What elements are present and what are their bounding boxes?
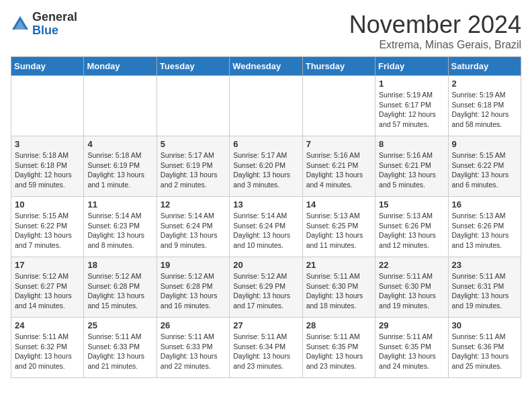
- day-info: Sunrise: 5:17 AM Sunset: 6:20 PM Dayligh…: [233, 150, 298, 190]
- day-number: 2: [452, 79, 517, 89]
- weekday-header-thursday: Thursday: [302, 57, 375, 76]
- calendar-cell: [157, 76, 229, 136]
- day-info: Sunrise: 5:11 AM Sunset: 6:36 PM Dayligh…: [452, 332, 517, 371]
- day-info: Sunrise: 5:11 AM Sunset: 6:35 PM Dayligh…: [306, 332, 371, 371]
- calendar-cell: 6Sunrise: 5:17 AM Sunset: 6:20 PM Daylig…: [230, 136, 302, 197]
- calendar-cell: [230, 76, 302, 136]
- calendar-cell: 11Sunrise: 5:14 AM Sunset: 6:23 PM Dayli…: [84, 197, 157, 257]
- day-info: Sunrise: 5:11 AM Sunset: 6:32 PM Dayligh…: [15, 332, 80, 371]
- day-number: 9: [452, 139, 517, 149]
- calendar-cell: 7Sunrise: 5:16 AM Sunset: 6:21 PM Daylig…: [302, 136, 375, 197]
- day-number: 23: [452, 260, 517, 270]
- day-number: 13: [233, 199, 298, 210]
- calendar-cell: 1Sunrise: 5:19 AM Sunset: 6:17 PM Daylig…: [375, 76, 448, 136]
- day-info: Sunrise: 5:19 AM Sunset: 6:18 PM Dayligh…: [452, 90, 517, 130]
- day-number: 17: [15, 260, 80, 270]
- day-number: 28: [306, 320, 371, 330]
- day-info: Sunrise: 5:17 AM Sunset: 6:19 PM Dayligh…: [161, 150, 226, 190]
- day-number: 26: [161, 320, 226, 330]
- day-info: Sunrise: 5:11 AM Sunset: 6:33 PM Dayligh…: [161, 332, 226, 371]
- location-subtitle: Extrema, Minas Gerais, Brazil: [349, 39, 521, 51]
- calendar-cell: [11, 76, 84, 136]
- day-info: Sunrise: 5:12 AM Sunset: 6:29 PM Dayligh…: [233, 271, 298, 311]
- calendar-week-row: 17Sunrise: 5:12 AM Sunset: 6:27 PM Dayli…: [11, 257, 521, 318]
- calendar-cell: 29Sunrise: 5:11 AM Sunset: 6:35 PM Dayli…: [375, 318, 448, 378]
- calendar-table: SundayMondayTuesdayWednesdayThursdayFrid…: [11, 56, 521, 378]
- day-number: 24: [15, 320, 80, 330]
- calendar-cell: 25Sunrise: 5:11 AM Sunset: 6:33 PM Dayli…: [84, 318, 157, 378]
- day-info: Sunrise: 5:11 AM Sunset: 6:35 PM Dayligh…: [379, 332, 444, 371]
- calendar-cell: 16Sunrise: 5:13 AM Sunset: 6:26 PM Dayli…: [448, 197, 521, 257]
- day-number: 29: [379, 320, 444, 330]
- calendar-cell: 9Sunrise: 5:15 AM Sunset: 6:22 PM Daylig…: [448, 136, 521, 197]
- weekday-header-wednesday: Wednesday: [230, 57, 302, 76]
- calendar-cell: 19Sunrise: 5:12 AM Sunset: 6:28 PM Dayli…: [157, 257, 229, 318]
- day-info: Sunrise: 5:14 AM Sunset: 6:24 PM Dayligh…: [233, 211, 298, 250]
- day-info: Sunrise: 5:13 AM Sunset: 6:26 PM Dayligh…: [379, 211, 444, 250]
- day-number: 18: [87, 260, 152, 270]
- calendar-cell: 28Sunrise: 5:11 AM Sunset: 6:35 PM Dayli…: [302, 318, 375, 378]
- day-number: 14: [306, 199, 371, 210]
- day-info: Sunrise: 5:11 AM Sunset: 6:30 PM Dayligh…: [306, 271, 371, 311]
- day-number: 21: [306, 260, 371, 270]
- calendar-cell: 13Sunrise: 5:14 AM Sunset: 6:24 PM Dayli…: [230, 197, 302, 257]
- weekday-header-monday: Monday: [84, 57, 157, 76]
- weekday-header-tuesday: Tuesday: [157, 57, 229, 76]
- day-number: 5: [161, 139, 226, 149]
- calendar-week-row: 24Sunrise: 5:11 AM Sunset: 6:32 PM Dayli…: [11, 318, 521, 378]
- calendar-cell: 23Sunrise: 5:11 AM Sunset: 6:31 PM Dayli…: [448, 257, 521, 318]
- logo-text: General Blue: [32, 11, 77, 38]
- month-title: November 2024: [349, 11, 521, 39]
- calendar-week-row: 3Sunrise: 5:18 AM Sunset: 6:18 PM Daylig…: [11, 136, 521, 197]
- calendar-cell: 4Sunrise: 5:18 AM Sunset: 6:19 PM Daylig…: [84, 136, 157, 197]
- day-info: Sunrise: 5:13 AM Sunset: 6:25 PM Dayligh…: [306, 211, 371, 250]
- calendar-cell: 27Sunrise: 5:11 AM Sunset: 6:34 PM Dayli…: [230, 318, 302, 378]
- day-number: 10: [15, 199, 80, 210]
- day-info: Sunrise: 5:15 AM Sunset: 6:22 PM Dayligh…: [15, 211, 80, 250]
- day-number: 1: [379, 79, 444, 89]
- day-number: 15: [379, 199, 444, 210]
- day-info: Sunrise: 5:11 AM Sunset: 6:30 PM Dayligh…: [379, 271, 444, 311]
- day-number: 11: [87, 199, 152, 210]
- weekday-header-friday: Friday: [375, 57, 448, 76]
- day-number: 25: [87, 320, 152, 330]
- weekday-header-row: SundayMondayTuesdayWednesdayThursdayFrid…: [11, 57, 521, 76]
- calendar-cell: 21Sunrise: 5:11 AM Sunset: 6:30 PM Dayli…: [302, 257, 375, 318]
- calendar-cell: 24Sunrise: 5:11 AM Sunset: 6:32 PM Dayli…: [11, 318, 84, 378]
- calendar-cell: 18Sunrise: 5:12 AM Sunset: 6:28 PM Dayli…: [84, 257, 157, 318]
- calendar-cell: 5Sunrise: 5:17 AM Sunset: 6:19 PM Daylig…: [157, 136, 229, 197]
- calendar-cell: [84, 76, 157, 136]
- day-number: 27: [233, 320, 298, 330]
- calendar-cell: 15Sunrise: 5:13 AM Sunset: 6:26 PM Dayli…: [375, 197, 448, 257]
- day-info: Sunrise: 5:15 AM Sunset: 6:22 PM Dayligh…: [452, 150, 517, 190]
- day-number: 19: [161, 260, 226, 270]
- calendar-cell: 20Sunrise: 5:12 AM Sunset: 6:29 PM Dayli…: [230, 257, 302, 318]
- day-info: Sunrise: 5:18 AM Sunset: 6:19 PM Dayligh…: [87, 150, 152, 190]
- calendar-cell: 12Sunrise: 5:14 AM Sunset: 6:24 PM Dayli…: [157, 197, 229, 257]
- day-info: Sunrise: 5:11 AM Sunset: 6:31 PM Dayligh…: [452, 271, 517, 311]
- calendar-cell: 30Sunrise: 5:11 AM Sunset: 6:36 PM Dayli…: [448, 318, 521, 378]
- day-number: 16: [452, 199, 517, 210]
- calendar-cell: 26Sunrise: 5:11 AM Sunset: 6:33 PM Dayli…: [157, 318, 229, 378]
- title-block: November 2024 Extrema, Minas Gerais, Bra…: [349, 11, 521, 51]
- day-info: Sunrise: 5:11 AM Sunset: 6:33 PM Dayligh…: [87, 332, 152, 371]
- calendar-week-row: 1Sunrise: 5:19 AM Sunset: 6:17 PM Daylig…: [11, 76, 521, 136]
- calendar-cell: 3Sunrise: 5:18 AM Sunset: 6:18 PM Daylig…: [11, 136, 84, 197]
- day-number: 20: [233, 260, 298, 270]
- day-info: Sunrise: 5:18 AM Sunset: 6:18 PM Dayligh…: [15, 150, 80, 190]
- day-number: 8: [379, 139, 444, 149]
- day-number: 3: [15, 139, 80, 149]
- day-info: Sunrise: 5:16 AM Sunset: 6:21 PM Dayligh…: [379, 150, 444, 190]
- day-info: Sunrise: 5:12 AM Sunset: 6:27 PM Dayligh…: [15, 271, 80, 311]
- day-info: Sunrise: 5:14 AM Sunset: 6:24 PM Dayligh…: [161, 211, 226, 250]
- calendar-cell: [302, 76, 375, 136]
- day-info: Sunrise: 5:12 AM Sunset: 6:28 PM Dayligh…: [161, 271, 226, 311]
- day-info: Sunrise: 5:16 AM Sunset: 6:21 PM Dayligh…: [306, 150, 371, 190]
- day-number: 4: [87, 139, 152, 149]
- day-number: 12: [161, 199, 226, 210]
- calendar-cell: 14Sunrise: 5:13 AM Sunset: 6:25 PM Dayli…: [302, 197, 375, 257]
- calendar-week-row: 10Sunrise: 5:15 AM Sunset: 6:22 PM Dayli…: [11, 197, 521, 257]
- logo-icon: [11, 15, 30, 34]
- day-info: Sunrise: 5:19 AM Sunset: 6:17 PM Dayligh…: [379, 90, 444, 130]
- day-number: 6: [233, 139, 298, 149]
